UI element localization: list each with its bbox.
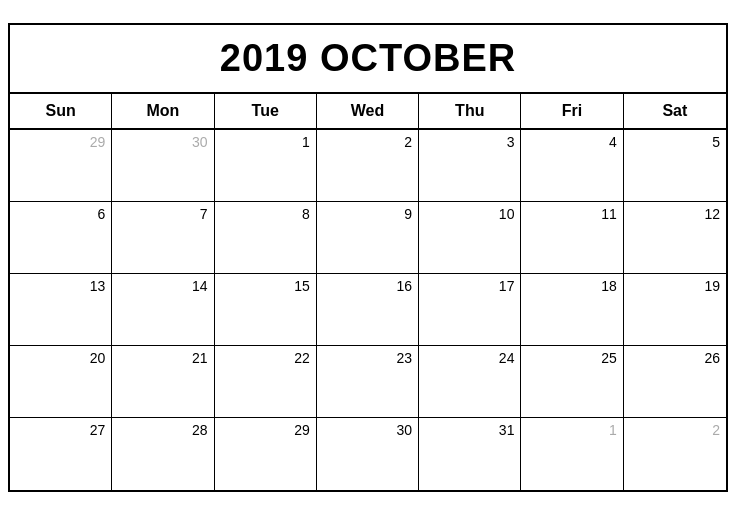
date-number: 21: [118, 350, 207, 366]
calendar-cell: 5: [624, 130, 726, 202]
calendar-cell: 3: [419, 130, 521, 202]
calendar-cell: 6: [10, 202, 112, 274]
calendar-cell: 1: [521, 418, 623, 490]
calendar-header: SunMonTueWedThuFriSat: [10, 94, 726, 130]
date-number: 4: [527, 134, 616, 150]
calendar-cell: 29: [10, 130, 112, 202]
header-sun: Sun: [10, 94, 112, 128]
calendar-cell: 30: [112, 130, 214, 202]
date-number: 6: [16, 206, 105, 222]
date-number: 11: [527, 206, 616, 222]
calendar-cell: 2: [317, 130, 419, 202]
date-number: 16: [323, 278, 412, 294]
calendar-cell: 23: [317, 346, 419, 418]
calendar-cell: 14: [112, 274, 214, 346]
calendar-cell: 1: [215, 130, 317, 202]
header-thu: Thu: [419, 94, 521, 128]
date-number: 29: [221, 422, 310, 438]
date-number: 26: [630, 350, 720, 366]
date-number: 23: [323, 350, 412, 366]
calendar-cell: 7: [112, 202, 214, 274]
date-number: 3: [425, 134, 514, 150]
calendar-cell: 8: [215, 202, 317, 274]
header-fri: Fri: [521, 94, 623, 128]
date-number: 10: [425, 206, 514, 222]
date-number: 30: [118, 134, 207, 150]
date-number: 20: [16, 350, 105, 366]
header-wed: Wed: [317, 94, 419, 128]
date-number: 13: [16, 278, 105, 294]
calendar-cell: 26: [624, 346, 726, 418]
calendar-title: 2019 OCTOBER: [10, 25, 726, 94]
calendar-cell: 21: [112, 346, 214, 418]
header-tue: Tue: [215, 94, 317, 128]
calendar-cell: 24: [419, 346, 521, 418]
date-number: 7: [118, 206, 207, 222]
calendar-cell: 11: [521, 202, 623, 274]
calendar-cell: 19: [624, 274, 726, 346]
calendar-cell: 16: [317, 274, 419, 346]
calendar-cell: 15: [215, 274, 317, 346]
calendar-cell: 20: [10, 346, 112, 418]
date-number: 2: [630, 422, 720, 438]
calendar-cell: 30: [317, 418, 419, 490]
date-number: 1: [527, 422, 616, 438]
date-number: 5: [630, 134, 720, 150]
calendar-cell: 4: [521, 130, 623, 202]
calendar-cell: 13: [10, 274, 112, 346]
date-number: 2: [323, 134, 412, 150]
date-number: 1: [221, 134, 310, 150]
date-number: 12: [630, 206, 720, 222]
date-number: 29: [16, 134, 105, 150]
calendar-cell: 10: [419, 202, 521, 274]
calendar-cell: 17: [419, 274, 521, 346]
calendar: 2019 OCTOBER SunMonTueWedThuFriSat 29301…: [8, 23, 728, 492]
calendar-cell: 18: [521, 274, 623, 346]
header-mon: Mon: [112, 94, 214, 128]
calendar-cell: 29: [215, 418, 317, 490]
date-number: 17: [425, 278, 514, 294]
calendar-cell: 12: [624, 202, 726, 274]
calendar-cell: 9: [317, 202, 419, 274]
date-number: 18: [527, 278, 616, 294]
date-number: 28: [118, 422, 207, 438]
calendar-cell: 27: [10, 418, 112, 490]
date-number: 15: [221, 278, 310, 294]
calendar-cell: 22: [215, 346, 317, 418]
date-number: 24: [425, 350, 514, 366]
date-number: 27: [16, 422, 105, 438]
date-number: 9: [323, 206, 412, 222]
date-number: 30: [323, 422, 412, 438]
date-number: 31: [425, 422, 514, 438]
date-number: 8: [221, 206, 310, 222]
calendar-grid: 2930123456789101112131415161718192021222…: [10, 130, 726, 490]
date-number: 25: [527, 350, 616, 366]
calendar-cell: 28: [112, 418, 214, 490]
header-sat: Sat: [624, 94, 726, 128]
calendar-cell: 31: [419, 418, 521, 490]
date-number: 19: [630, 278, 720, 294]
calendar-cell: 25: [521, 346, 623, 418]
calendar-cell: 2: [624, 418, 726, 490]
date-number: 14: [118, 278, 207, 294]
date-number: 22: [221, 350, 310, 366]
